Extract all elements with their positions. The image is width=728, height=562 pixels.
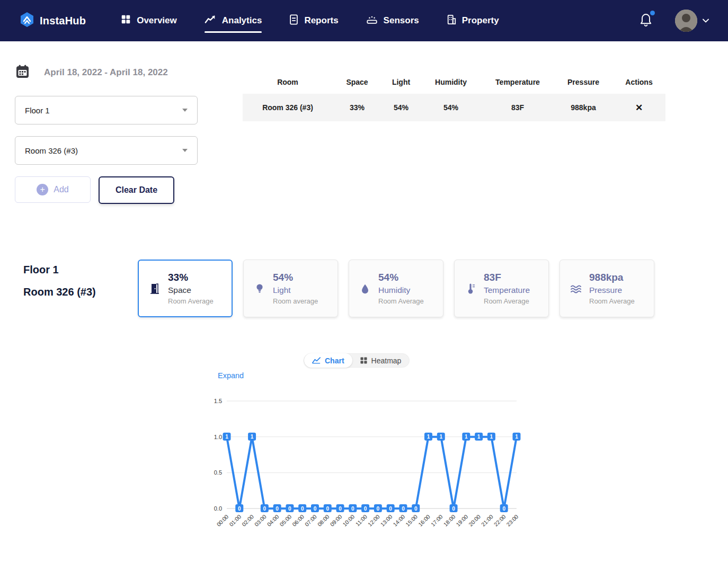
svg-text:17:00: 17:00 (430, 513, 444, 528)
clear-date-button[interactable]: Clear Date (99, 176, 174, 204)
nav-item-reports[interactable]: Reports (289, 14, 338, 28)
cell-pressure: 988kpa (554, 103, 612, 112)
metric-card-light[interactable]: 54% Light Room average (243, 260, 338, 317)
svg-text:1: 1 (439, 434, 442, 440)
svg-text:14:00: 14:00 (392, 513, 406, 528)
svg-text:05:00: 05:00 (278, 513, 292, 528)
svg-text:13:00: 13:00 (379, 513, 393, 528)
toggle-heatmap-label: Heatmap (371, 356, 402, 365)
remove-row-close-icon[interactable]: ✕ (635, 103, 643, 113)
nav-item-analytics[interactable]: Analytics (205, 15, 262, 27)
cell-light: 54% (381, 103, 421, 112)
svg-text:0: 0 (389, 506, 392, 512)
svg-text:0: 0 (339, 506, 342, 512)
filter-buttons: + Add Clear Date (15, 176, 174, 204)
nav-label: Reports (304, 15, 338, 26)
trend-chart-icon (205, 15, 216, 27)
nav-item-overview[interactable]: Overview (121, 14, 177, 27)
add-button[interactable]: + Add (15, 176, 91, 203)
rooms-table: Room Space Light Humidity Temperature Pr… (243, 70, 665, 121)
table-header-row: Room Space Light Humidity Temperature Pr… (243, 70, 665, 94)
cell-temperature: 83F (481, 103, 554, 112)
svg-text:0: 0 (288, 506, 291, 512)
chart-view-toggle: Chart Heatmap (304, 353, 410, 368)
svg-text:23:00: 23:00 (505, 513, 519, 528)
svg-text:12:00: 12:00 (367, 513, 381, 528)
room-select[interactable]: Room 326 (#3) (15, 136, 198, 165)
metric-sublabel: Room Average (168, 297, 214, 305)
nav-label: Overview (137, 15, 177, 26)
nav-label: Property (462, 15, 499, 26)
metric-sublabel: Room Average (589, 297, 635, 305)
svg-text:1: 1 (427, 434, 430, 440)
nav-item-property[interactable]: Property (447, 14, 499, 28)
expand-link[interactable]: Expand (218, 371, 244, 380)
chevron-down-icon (182, 149, 188, 152)
toggle-chart-label: Chart (325, 356, 344, 365)
user-menu[interactable] (675, 10, 709, 32)
svg-text:0: 0 (452, 506, 455, 512)
metric-card-pressure[interactable]: 988kpa Pressure Room Average (560, 260, 654, 317)
heatmap-grid-icon (360, 357, 367, 364)
svg-text:20:00: 20:00 (467, 513, 482, 528)
line-chart[interactable]: 0.00.51.01.500:0001:0002:0003:0004:0005:… (209, 391, 538, 555)
cell-humidity: 54% (421, 103, 481, 112)
metric-cards: 33% Space Room Average 54% Light Room av… (138, 260, 654, 317)
floor-select[interactable]: Floor 1 (15, 96, 198, 124)
svg-text:06:00: 06:00 (291, 513, 305, 528)
floor-select-value: Floor 1 (25, 106, 50, 115)
svg-text:0.0: 0.0 (214, 505, 222, 512)
toggle-heatmap[interactable]: Heatmap (352, 353, 410, 368)
nav-label: Sensors (384, 15, 419, 26)
svg-text:0: 0 (351, 506, 354, 512)
metric-label: Pressure (589, 286, 635, 295)
toggle-chart[interactable]: Chart (304, 353, 352, 368)
metric-card-humidity[interactable]: 54% Humidity Room Average (349, 260, 443, 317)
col-header-pressure: Pressure (554, 78, 612, 86)
svg-text:0: 0 (263, 506, 267, 512)
svg-text:0: 0 (402, 506, 405, 512)
svg-text:07:00: 07:00 (304, 513, 318, 528)
col-header-light: Light (381, 78, 421, 86)
svg-text:01:00: 01:00 (228, 513, 242, 528)
col-header-space: Space (333, 78, 381, 86)
svg-text:0: 0 (276, 506, 279, 512)
svg-text:0: 0 (326, 506, 329, 512)
cell-room: Room 326 (#3) (243, 103, 333, 112)
metric-card-space[interactable]: 33% Space Room Average (138, 260, 233, 317)
document-icon (289, 14, 298, 28)
calendar-icon[interactable] (16, 65, 29, 81)
svg-text:1.0: 1.0 (214, 434, 222, 440)
svg-text:0.5: 0.5 (214, 469, 222, 476)
date-range-row: April 18, 2022 - April 18, 2022 (16, 65, 168, 81)
metric-card-temperature[interactable]: 83F Temperature Room Average (454, 260, 549, 317)
svg-text:0: 0 (301, 506, 304, 512)
brand-name: InstaHub (40, 15, 86, 27)
col-header-actions: Actions (612, 78, 665, 86)
svg-text:0: 0 (502, 506, 505, 512)
svg-text:1.5: 1.5 (214, 398, 222, 404)
svg-text:15:00: 15:00 (404, 513, 419, 528)
droplet-icon (358, 282, 372, 295)
svg-text:09:00: 09:00 (329, 513, 343, 528)
col-header-humidity: Humidity (421, 78, 481, 86)
header-right (639, 10, 709, 32)
svg-text:1: 1 (515, 434, 518, 440)
nav-item-sensors[interactable]: Sensors (366, 14, 419, 27)
cell-space: 33% (333, 103, 381, 112)
svg-text:19:00: 19:00 (455, 513, 469, 528)
svg-text:1: 1 (225, 434, 228, 440)
metric-label: Light (273, 286, 318, 295)
lightbulb-icon (253, 282, 267, 295)
svg-text:0: 0 (414, 506, 418, 512)
metric-label: Humidity (378, 286, 424, 295)
svg-text:00:00: 00:00 (215, 513, 229, 528)
svg-text:21:00: 21:00 (480, 513, 494, 528)
brand-logo[interactable]: InstaHub (19, 12, 86, 30)
svg-text:08:00: 08:00 (316, 513, 331, 528)
metric-value: 54% (273, 272, 318, 283)
svg-text:0: 0 (364, 506, 367, 512)
waves-icon (569, 282, 583, 295)
notifications-button[interactable] (639, 12, 653, 29)
metric-value: 33% (168, 272, 214, 283)
